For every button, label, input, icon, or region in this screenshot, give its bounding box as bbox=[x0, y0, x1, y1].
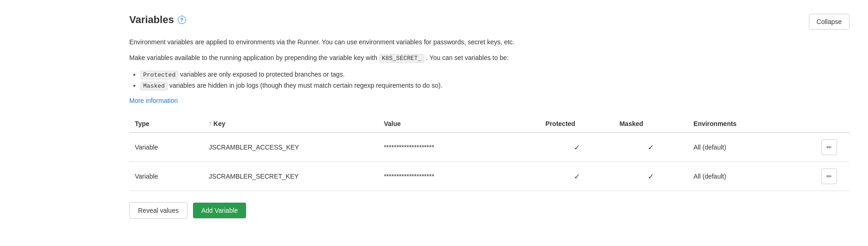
sort-icon: ↑ bbox=[209, 120, 211, 127]
bullet-item-masked: Masked variables are hidden in job logs … bbox=[140, 80, 850, 91]
bullet-item-protected: Protected variables are only exposed to … bbox=[140, 69, 850, 80]
masked-code: Masked bbox=[140, 82, 168, 90]
description-line1: Environment variables are applied to env… bbox=[129, 37, 545, 47]
protected-check: ✓ bbox=[574, 144, 580, 151]
cell-value: ******************** bbox=[378, 162, 540, 191]
edit-button[interactable]: ✏ bbox=[821, 139, 837, 155]
protected-check: ✓ bbox=[574, 173, 580, 180]
variables-table: Type ↑ Key Value Protected Masked bbox=[129, 115, 850, 191]
cell-masked: ✓ bbox=[614, 162, 688, 191]
more-info-link[interactable]: More information bbox=[129, 97, 178, 104]
edit-icon: ✏ bbox=[826, 144, 832, 151]
masked-check: ✓ bbox=[648, 173, 654, 180]
bullet-list: Protected variables are only exposed to … bbox=[140, 69, 850, 91]
masked-desc: variables are hidden in job logs (though… bbox=[168, 82, 442, 89]
cell-type: Variable bbox=[129, 132, 203, 162]
cell-actions: ✏ bbox=[809, 162, 850, 191]
cell-actions: ✏ bbox=[809, 132, 850, 162]
page-title: Variables ? bbox=[129, 14, 186, 26]
help-icon[interactable]: ? bbox=[178, 16, 186, 24]
reveal-values-button[interactable]: Reveal values bbox=[129, 202, 187, 219]
th-protected: Protected bbox=[540, 115, 614, 132]
desc-text-3: . You can set variables to be: bbox=[426, 54, 509, 61]
th-value: Value bbox=[378, 115, 540, 132]
header-row: Type ↑ Key Value Protected Masked bbox=[129, 115, 850, 132]
table-row: Variable JSCRAMBLER_SECRET_KEY *********… bbox=[129, 162, 850, 191]
cell-key: JSCRAMBLER_SECRET_KEY bbox=[203, 162, 378, 191]
title-area: Variables ? bbox=[129, 14, 186, 26]
table-header: Type ↑ Key Value Protected Masked bbox=[129, 115, 850, 132]
cell-value: ******************** bbox=[378, 132, 540, 162]
table-row: Variable JSCRAMBLER_ACCESS_KEY *********… bbox=[129, 132, 850, 162]
th-actions bbox=[809, 115, 850, 132]
th-type: Type bbox=[129, 115, 203, 132]
cell-protected: ✓ bbox=[540, 132, 614, 162]
th-key[interactable]: ↑ Key bbox=[203, 115, 378, 132]
cell-masked: ✓ bbox=[614, 132, 688, 162]
variables-page: Variables ? Collapse Environment variabl… bbox=[0, 0, 868, 246]
th-environments: Environments bbox=[688, 115, 809, 132]
table-body: Variable JSCRAMBLER_ACCESS_KEY *********… bbox=[129, 132, 850, 191]
edit-button[interactable]: ✏ bbox=[821, 168, 837, 184]
cell-environments: All (default) bbox=[688, 162, 809, 191]
description-line2: Make variables available to the running … bbox=[129, 53, 545, 64]
code-snippet: K8S_SECRET_ bbox=[379, 54, 424, 63]
cell-key: JSCRAMBLER_ACCESS_KEY bbox=[203, 132, 378, 162]
header-row: Variables ? Collapse bbox=[129, 14, 850, 30]
desc-text-1: Environment variables are applied to env… bbox=[129, 38, 514, 46]
cell-type: Variable bbox=[129, 162, 203, 191]
title-text: Variables bbox=[129, 14, 174, 26]
collapse-button[interactable]: Collapse bbox=[809, 14, 850, 30]
actions-row: Reveal values Add Variable bbox=[129, 202, 850, 219]
desc-text-2: Make variables available to the running … bbox=[129, 54, 377, 61]
protected-desc: variables are only exposed to protected … bbox=[178, 71, 344, 78]
edit-icon: ✏ bbox=[826, 173, 832, 180]
th-masked: Masked bbox=[614, 115, 688, 132]
protected-code: Protected bbox=[140, 71, 178, 79]
cell-environments: All (default) bbox=[688, 132, 809, 162]
cell-protected: ✓ bbox=[540, 162, 614, 191]
more-info-label: More information bbox=[129, 97, 178, 104]
masked-check: ✓ bbox=[648, 144, 654, 151]
add-variable-button[interactable]: Add Variable bbox=[193, 203, 246, 218]
